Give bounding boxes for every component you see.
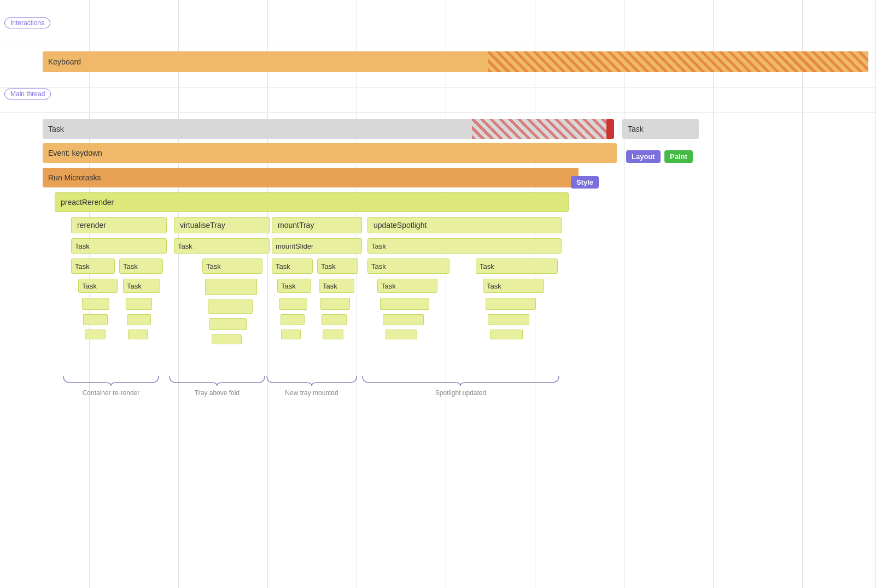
- mount-tray-bar[interactable]: mountTray: [272, 217, 362, 233]
- main-thread-badge[interactable]: Main thread: [4, 89, 51, 99]
- task-box-r4[interactable]: Task: [123, 279, 160, 293]
- rerender-bar[interactable]: rerender: [71, 217, 167, 233]
- grid-lines: [0, 0, 876, 588]
- container-rerender-label: Container re-render: [59, 389, 163, 397]
- small-box-r5: [85, 330, 106, 339]
- task-box-mt3[interactable]: Task: [277, 279, 311, 293]
- style-button[interactable]: Style: [571, 176, 599, 189]
- brace-new-tray-mounted: [262, 372, 361, 388]
- task-box-rerender[interactable]: Task: [71, 238, 167, 254]
- event-keydown-bar[interactable]: Event: keydown: [43, 143, 617, 163]
- small-box-us3: [383, 314, 424, 325]
- small-box-r2: [126, 298, 152, 310]
- run-microtasks-bar[interactable]: Run Microtasks: [43, 168, 579, 187]
- h-line-1: [0, 44, 876, 44]
- task-box-mt4[interactable]: Task: [319, 279, 354, 293]
- task-bar-right[interactable]: Task: [622, 119, 699, 139]
- brace-container-rerender: [59, 372, 163, 388]
- small-box-mt3: [281, 314, 305, 325]
- timeline-container: Interactions Keyboard Main thread Task T…: [0, 0, 876, 588]
- task-box-mt2[interactable]: Task: [317, 258, 358, 274]
- small-box-us4: [488, 314, 529, 325]
- small-box-mt2: [320, 298, 350, 310]
- h-line-3: [0, 112, 876, 113]
- small-box-vt3: [209, 318, 247, 330]
- task-box-us3[interactable]: Task: [377, 279, 437, 293]
- task-box-us1[interactable]: Task: [367, 258, 449, 274]
- task-box-us2[interactable]: Task: [476, 258, 558, 274]
- small-box-mt6: [323, 330, 343, 339]
- small-box-us5: [386, 330, 417, 339]
- preact-rerender-bar[interactable]: preactRerender: [55, 192, 569, 212]
- small-box-mt1: [279, 298, 307, 310]
- small-box-us1: [380, 298, 429, 310]
- small-box-mt5: [281, 330, 301, 339]
- spotlight-updated-label: Spotlight updated: [358, 389, 563, 397]
- virtualise-tray-bar[interactable]: virtualiseTray: [174, 217, 270, 233]
- small-box-vt2: [208, 299, 253, 314]
- small-box-r4: [127, 314, 151, 325]
- task-box-vt[interactable]: Task: [174, 238, 270, 254]
- task-box-vt2[interactable]: Task: [202, 258, 262, 274]
- new-tray-mounted-label: New tray mounted: [262, 389, 361, 397]
- small-box-mt4: [322, 314, 347, 325]
- mount-slider-box[interactable]: mountSlider: [272, 238, 362, 254]
- small-box-vt1: [205, 279, 257, 295]
- task-box-r2[interactable]: Task: [119, 258, 163, 274]
- small-box-r3: [83, 314, 108, 325]
- interactions-badge[interactable]: Interactions: [4, 17, 50, 28]
- update-spotlight-bar[interactable]: updateSpotlight: [367, 217, 562, 233]
- task-bar-left[interactable]: Task: [43, 119, 614, 139]
- task-box-r1[interactable]: Task: [71, 258, 115, 274]
- small-box-us6: [490, 330, 523, 339]
- small-box-r6: [128, 330, 148, 339]
- task-box-us[interactable]: Task: [367, 238, 562, 254]
- small-box-us2: [486, 298, 536, 310]
- task-box-us4[interactable]: Task: [483, 279, 544, 293]
- tray-above-fold-label: Tray above fold: [165, 389, 269, 397]
- task-box-mt1[interactable]: Task: [272, 258, 313, 274]
- task-box-r3[interactable]: Task: [78, 279, 118, 293]
- brace-tray-above-fold: [165, 372, 269, 388]
- brace-spotlight-updated: [358, 372, 563, 388]
- small-box-r1: [82, 298, 109, 310]
- layout-button[interactable]: Layout: [626, 150, 661, 163]
- small-box-vt4: [212, 334, 242, 344]
- paint-button[interactable]: Paint: [664, 150, 693, 163]
- keyboard-bar[interactable]: Keyboard: [43, 51, 868, 72]
- h-line-2: [0, 87, 876, 88]
